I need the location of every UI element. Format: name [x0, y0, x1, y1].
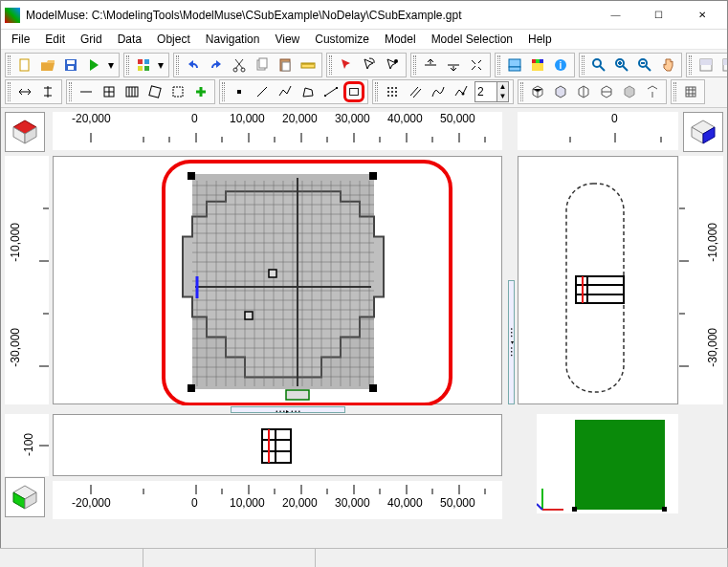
view3d-c-button[interactable]: [573, 81, 594, 102]
minimize-button[interactable]: —: [594, 2, 637, 29]
menu-model[interactable]: Model: [378, 31, 423, 48]
menu-object[interactable]: Object: [150, 31, 197, 48]
data-visualization-button[interactable]: [527, 55, 548, 76]
run-button[interactable]: [83, 55, 104, 76]
delete-row-col-button[interactable]: [14, 81, 35, 102]
create-line-button[interactable]: [252, 81, 273, 102]
move-row-col-button[interactable]: [37, 81, 58, 102]
show-hide-button[interactable]: [504, 55, 525, 76]
menu-help[interactable]: Help: [521, 31, 559, 48]
spin-down-button[interactable]: ▼: [496, 92, 508, 101]
svg-rect-34: [173, 87, 183, 97]
grid-angle-button[interactable]: [144, 81, 165, 102]
svg-rect-102: [662, 507, 667, 512]
freehand-button[interactable]: [428, 81, 449, 102]
redo-button[interactable]: [206, 55, 227, 76]
cut-button[interactable]: [229, 55, 250, 76]
grid-display-button[interactable]: [680, 81, 701, 102]
vertex-grid-button[interactable]: [382, 81, 403, 102]
delete-node-button[interactable]: [443, 55, 464, 76]
ruler-label: -30,000: [706, 328, 719, 367]
ruler-button[interactable]: [298, 55, 319, 76]
ruler-label: 0: [191, 112, 198, 125]
three-d-view-panel[interactable]: [537, 414, 678, 513]
zoom-in-button[interactable]: [611, 55, 632, 76]
front-view-cube-icon[interactable]: [5, 477, 45, 517]
view3d-f-button[interactable]: [642, 81, 663, 102]
undo-button[interactable]: [183, 55, 204, 76]
view3d-b-button[interactable]: [550, 81, 571, 102]
menu-file[interactable]: File: [5, 31, 36, 48]
create-polygon-button[interactable]: [298, 81, 319, 102]
ruler-label: -30,000: [9, 328, 22, 367]
side-view-cube-icon[interactable]: [683, 112, 723, 152]
maximize-button[interactable]: ☐: [637, 2, 680, 29]
paste-button[interactable]: [275, 55, 296, 76]
vertical-splitter[interactable]: • • • ▾ • • •: [508, 280, 515, 404]
copy-button[interactable]: [252, 55, 273, 76]
left-ruler-main: -30,000 -10,000: [5, 156, 49, 404]
menu-edit[interactable]: Edit: [38, 31, 72, 48]
parallel-lines-button[interactable]: [405, 81, 426, 102]
spin-up-button[interactable]: ▲: [496, 82, 508, 92]
close-button[interactable]: ✕: [680, 2, 723, 29]
view3d-a-button[interactable]: [527, 81, 548, 102]
svg-point-45: [387, 95, 389, 97]
run-dropdown-button[interactable]: ▾: [106, 55, 116, 76]
menu-customize[interactable]: Customize: [308, 31, 376, 48]
new-model-button[interactable]: [14, 55, 35, 76]
drag-edit-button[interactable]: [451, 81, 472, 102]
top-ruler-side: 0: [518, 112, 678, 150]
front-view-panel[interactable]: [53, 414, 502, 476]
zoom-out-button[interactable]: [634, 55, 655, 76]
svg-rect-11: [259, 58, 267, 68]
svg-rect-16: [509, 59, 520, 67]
program-dropdown-button[interactable]: ▾: [156, 55, 165, 76]
svg-rect-3: [68, 66, 74, 70]
menu-data[interactable]: Data: [111, 31, 148, 48]
select-lasso-button[interactable]: [359, 55, 380, 76]
insert-node-button[interactable]: [420, 55, 441, 76]
menu-model-selection[interactable]: Model Selection: [425, 31, 519, 48]
select-point-button[interactable]: [382, 55, 403, 76]
create-straight-line-button[interactable]: [320, 81, 342, 102]
vertex-count-input[interactable]: [475, 85, 496, 98]
menu-navigation[interactable]: Navigation: [199, 31, 267, 48]
view3d-d-button[interactable]: [596, 81, 617, 102]
layout-b-button[interactable]: [718, 55, 728, 76]
grid-spacing-button[interactable]: [121, 81, 143, 102]
rearrange-button[interactable]: [466, 55, 487, 76]
grid-smooth-button[interactable]: [167, 81, 188, 102]
top-view-cube-icon[interactable]: [5, 112, 45, 152]
open-button[interactable]: [37, 55, 58, 76]
create-rectangle-button[interactable]: [343, 81, 364, 102]
ruler-label: 20,000: [282, 112, 318, 125]
right-ruler-main: -30,000 -10,000: [679, 156, 723, 404]
left-ruler-front: -100: [5, 414, 49, 476]
menu-view[interactable]: View: [268, 31, 306, 48]
layout-a-button[interactable]: [695, 55, 717, 76]
save-button[interactable]: [60, 55, 81, 76]
grid-add-button[interactable]: [190, 81, 211, 102]
object-properties-button[interactable]: i: [550, 55, 571, 76]
subdivide-grid-button[interactable]: [99, 81, 120, 102]
menu-bar: File Edit Grid Data Object Navigation Vi…: [1, 30, 727, 49]
top-ruler-main: -20,000 0 10,000 20,000 30,000 40,000 50…: [53, 112, 502, 150]
zoom-button[interactable]: [588, 55, 609, 76]
program-locations-button[interactable]: [133, 55, 154, 76]
pan-button[interactable]: [657, 55, 678, 76]
svg-rect-83: [188, 172, 195, 180]
app-icon: [5, 8, 20, 23]
toolbars: ▾ ▾ i: [1, 49, 727, 108]
view3d-e-button[interactable]: [619, 81, 640, 102]
create-point-button[interactable]: [229, 81, 250, 102]
select-object-button[interactable]: [336, 55, 357, 76]
vertex-count-spinner[interactable]: ▲▼: [474, 81, 509, 102]
menu-grid[interactable]: Grid: [74, 31, 109, 48]
top-view-panel[interactable]: [53, 156, 502, 404]
create-polyline-button[interactable]: [275, 81, 296, 102]
subdivide-none-button[interactable]: [76, 81, 97, 102]
horizontal-splitter[interactable]: • • • ▸ • • •: [231, 406, 345, 413]
side-view-panel[interactable]: [518, 156, 678, 404]
svg-rect-19: [536, 59, 540, 63]
